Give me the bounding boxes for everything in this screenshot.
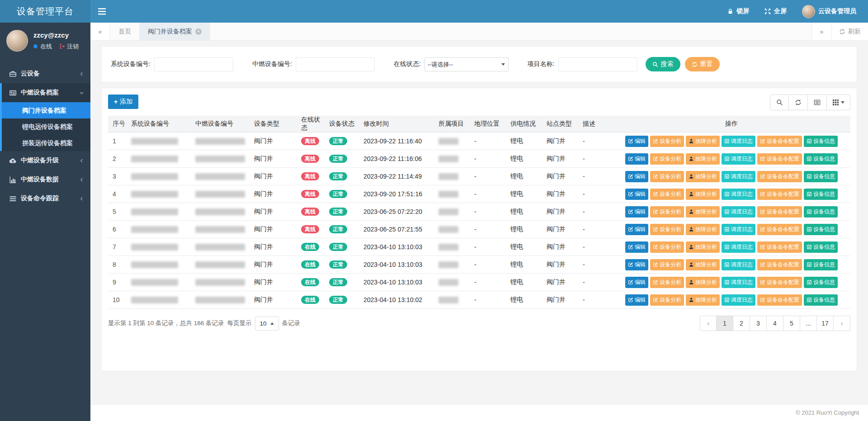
sidebar-subitem-0[interactable]: 阀门井设备档案 (0, 102, 90, 118)
device-info-button[interactable]: 设备信息 (804, 294, 838, 306)
device-info-button[interactable]: 设备信息 (804, 277, 838, 288)
device-command-config-button[interactable]: 设备命令配置 (757, 224, 802, 235)
pagination-page-17[interactable]: 17 (817, 316, 834, 331)
sidebar-subitem-1[interactable]: 锂电远传设备档案 (0, 118, 90, 135)
device-analysis-button[interactable]: 设备分析 (650, 241, 684, 253)
edit-button[interactable]: 编辑 (625, 259, 648, 270)
dispatch-log-button[interactable]: 调度日志 (722, 189, 755, 200)
device-info-button[interactable]: 设备信息 (804, 153, 838, 165)
table-detail-view-button[interactable] (808, 95, 827, 110)
sidebar-item-4[interactable]: 设备命令跟踪 (0, 189, 90, 208)
fault-analysis-button[interactable]: 故障分析 (686, 171, 720, 182)
device-info-button[interactable]: 设备信息 (804, 259, 838, 270)
edit-button[interactable]: 编辑 (625, 224, 648, 235)
device-command-config-button[interactable]: 设备命令配置 (757, 171, 802, 182)
fault-analysis-button[interactable]: 故障分析 (686, 294, 720, 306)
edit-button[interactable]: 编辑 (625, 294, 648, 306)
sidebar-toggle-button[interactable] (90, 0, 113, 23)
device-command-config-button[interactable]: 设备命令配置 (757, 241, 802, 253)
edit-button[interactable]: 编辑 (625, 171, 648, 182)
device-info-button[interactable]: 设备信息 (804, 241, 838, 253)
dispatch-log-button[interactable]: 调度日志 (722, 259, 755, 270)
tab-close-icon[interactable]: × (195, 28, 202, 35)
tabs-scroll-left-button[interactable]: « (90, 23, 110, 40)
sidebar-item-3[interactable]: 中燃设备数据 (0, 170, 90, 189)
device-analysis-button[interactable]: 设备分析 (650, 206, 684, 218)
edit-button[interactable]: 编辑 (625, 189, 648, 200)
dispatch-log-button[interactable]: 调度日志 (722, 224, 755, 235)
add-button[interactable]: + 添加 (108, 95, 138, 109)
dispatch-log-button[interactable]: 调度日志 (722, 294, 755, 306)
page-size-dropdown[interactable]: 10 (255, 317, 279, 331)
device-command-config-button[interactable]: 设备命令配置 (757, 153, 802, 165)
edit-button[interactable]: 编辑 (625, 136, 648, 147)
fault-analysis-button[interactable]: 故障分析 (686, 259, 720, 270)
pagination-prev[interactable]: ‹ (700, 316, 717, 331)
cell-desc: - (580, 256, 613, 274)
tab-refresh-button[interactable]: 刷新 (831, 23, 868, 40)
pagination-page-2[interactable]: 2 (733, 316, 750, 331)
device-analysis-button[interactable]: 设备分析 (650, 294, 684, 306)
device-analysis-button[interactable]: 设备分析 (650, 259, 684, 270)
device-command-config-button[interactable]: 设备命令配置 (757, 206, 802, 218)
fault-analysis-button[interactable]: 故障分析 (686, 241, 720, 253)
device-command-config-button[interactable]: 设备命令配置 (757, 277, 802, 288)
fault-analysis-button[interactable]: 故障分析 (686, 224, 720, 235)
project-name-input[interactable] (558, 57, 637, 71)
user-menu[interactable]: 云设备管理员 (802, 5, 856, 18)
edit-button[interactable]: 编辑 (625, 277, 648, 288)
dispatch-log-button[interactable]: 调度日志 (722, 153, 755, 165)
table-refresh-button[interactable] (789, 95, 808, 110)
logout-button[interactable]: 注销 (59, 43, 79, 51)
table-search-toggle-button[interactable] (770, 95, 789, 110)
dispatch-log-button[interactable]: 调度日志 (722, 241, 755, 253)
dispatch-log-button[interactable]: 调度日志 (722, 171, 755, 182)
fault-analysis-button[interactable]: 故障分析 (686, 206, 720, 218)
system-device-input[interactable] (154, 57, 233, 71)
tab-0[interactable]: 首页 (110, 23, 140, 40)
device-analysis-button[interactable]: 设备分析 (650, 189, 684, 200)
pagination-page-3[interactable]: 3 (750, 316, 767, 331)
device-command-config-button[interactable]: 设备命令配置 (757, 136, 802, 147)
gas-device-input[interactable] (296, 57, 375, 71)
dispatch-log-button[interactable]: 调度日志 (722, 277, 755, 288)
device-analysis-button[interactable]: 设备分析 (650, 171, 684, 182)
pagination-page-5[interactable]: 5 (783, 316, 800, 331)
device-analysis-button[interactable]: 设备分析 (650, 136, 684, 147)
pagination-page-4[interactable]: 4 (767, 316, 783, 331)
fault-analysis-button[interactable]: 故障分析 (686, 277, 720, 288)
device-info-button[interactable]: 设备信息 (804, 171, 838, 182)
lock-screen-button[interactable]: 锁屏 (727, 7, 749, 15)
dispatch-log-button[interactable]: 调度日志 (722, 206, 755, 218)
device-command-config-button[interactable]: 设备命令配置 (757, 294, 802, 306)
dispatch-log-button[interactable]: 调度日志 (722, 136, 755, 147)
device-info-button[interactable]: 设备信息 (804, 224, 838, 235)
device-command-config-button[interactable]: 设备命令配置 (757, 259, 802, 270)
device-info-button[interactable]: 设备信息 (804, 189, 838, 200)
device-analysis-button[interactable]: 设备分析 (650, 224, 684, 235)
sidebar-item-1[interactable]: 中燃设备档案 (0, 83, 90, 102)
device-info-button[interactable]: 设备信息 (804, 136, 838, 147)
table-columns-button[interactable] (827, 95, 850, 110)
reset-button[interactable]: 重置 (685, 57, 720, 71)
device-command-config-button[interactable]: 设备命令配置 (757, 189, 802, 200)
pagination-page-1[interactable]: 1 (717, 316, 733, 331)
pagination-next[interactable]: › (834, 316, 850, 331)
edit-button[interactable]: 编辑 (625, 241, 648, 253)
device-info-button[interactable]: 设备信息 (804, 206, 838, 218)
tab-1[interactable]: 阀门井设备档案× (140, 23, 210, 40)
device-analysis-button[interactable]: 设备分析 (650, 277, 684, 288)
fault-analysis-button[interactable]: 故障分析 (686, 153, 720, 165)
fault-analysis-button[interactable]: 故障分析 (686, 136, 720, 147)
search-button[interactable]: 搜索 (646, 57, 680, 71)
sidebar-item-0[interactable]: 云设备 (0, 64, 90, 83)
edit-button[interactable]: 编辑 (625, 206, 648, 218)
edit-button[interactable]: 编辑 (625, 153, 648, 165)
fault-analysis-button[interactable]: 故障分析 (686, 189, 720, 200)
sidebar-item-2[interactable]: 中燃设备升级 (0, 151, 90, 170)
tabs-scroll-right-button[interactable]: » (811, 23, 831, 40)
fullscreen-button[interactable]: 全屏 (764, 7, 787, 15)
online-status-select[interactable]: --请选择-- (425, 57, 509, 71)
sidebar-subitem-2[interactable]: 拼装远传设备档案 (0, 135, 90, 151)
device-analysis-button[interactable]: 设备分析 (650, 153, 684, 165)
